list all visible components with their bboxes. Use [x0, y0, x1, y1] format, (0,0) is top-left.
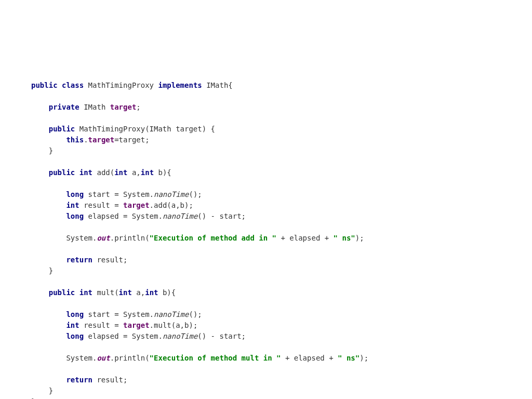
code-token	[31, 256, 66, 264]
code-token: IMath	[79, 103, 110, 111]
code-token: target	[123, 321, 150, 329]
code-token: " ns"	[334, 234, 355, 242]
code-token	[31, 332, 66, 340]
code-token: result;	[92, 376, 127, 384]
code-token: .mult(a,b);	[150, 321, 198, 329]
code-token: class	[62, 81, 84, 89]
code-token: add(	[92, 168, 114, 177]
code-token: IMath{	[202, 81, 233, 89]
code-token	[31, 212, 66, 220]
code-token	[31, 201, 66, 209]
code-token: ();	[189, 310, 202, 318]
code-token: "Execution of method mult in "	[150, 354, 281, 362]
code-token	[31, 321, 66, 329]
code-token: int	[66, 201, 79, 209]
code-token: nanoTime	[154, 190, 189, 198]
code-token: int	[79, 288, 92, 297]
code-token: );	[355, 234, 364, 242]
code-token: );	[360, 354, 368, 362]
code-token: long	[66, 310, 84, 318]
code-token: private	[49, 103, 79, 111]
code-token: () - start;	[197, 332, 246, 340]
code-token: System.	[31, 354, 97, 362]
code-token: int	[79, 168, 92, 177]
code-token: this	[66, 136, 84, 144]
code-token: ();	[189, 190, 202, 198]
code-token	[75, 168, 79, 177]
code-token: int	[119, 288, 132, 297]
code-token: target	[110, 103, 137, 111]
code-token: start = System.	[84, 310, 154, 318]
code-token: elapsed = System.	[84, 212, 163, 220]
code-token: System.	[31, 234, 97, 242]
code-token: int	[141, 168, 154, 177]
code-token: public	[49, 288, 75, 297]
code-token: long	[66, 332, 84, 340]
code-token: start = System.	[84, 190, 154, 198]
code-token: result =	[79, 321, 123, 329]
code-token: long	[66, 212, 84, 220]
code-token	[58, 81, 62, 89]
code-token: out	[97, 234, 110, 242]
code-token: .println(	[110, 354, 150, 362]
code-token: a,	[127, 168, 140, 177]
code-token	[31, 190, 66, 198]
code-token: long	[66, 190, 84, 198]
code-token: b){	[154, 168, 171, 177]
code-token: elapsed = System.	[84, 332, 163, 340]
code-token: " ns"	[338, 354, 360, 362]
code-token	[31, 136, 66, 144]
code-token: int	[114, 168, 127, 177]
code-token: int	[66, 321, 79, 329]
code-token: result =	[79, 201, 123, 209]
code-token: .add(a,b);	[150, 201, 193, 209]
code-token	[31, 288, 49, 297]
code-token: return	[66, 256, 92, 264]
code-token: target	[88, 136, 115, 144]
code-token: () - start;	[197, 212, 246, 220]
code-token: out	[97, 354, 110, 362]
code-token: implements	[158, 81, 202, 89]
code-token: result;	[92, 256, 127, 264]
code-token: .println(	[110, 234, 150, 242]
code-token: public	[49, 125, 75, 133]
code-token: b){	[158, 288, 176, 297]
code-token: nanoTime	[163, 212, 197, 220]
code-token: public	[31, 81, 58, 89]
code-token: a,	[132, 288, 145, 297]
code-token: int	[145, 288, 158, 297]
code-token	[31, 376, 66, 384]
code-token: target	[123, 201, 150, 209]
code-token: MathTimingProxy(IMath target) {	[75, 125, 215, 133]
code-token: "Execution of method add in "	[150, 234, 276, 242]
code-token	[31, 310, 66, 318]
code-token: public	[49, 168, 75, 177]
code-token: nanoTime	[154, 310, 189, 318]
code-token: MathTimingProxy	[84, 81, 158, 89]
code-token: }	[31, 267, 53, 275]
code-token: + elapsed +	[276, 234, 334, 242]
code-token	[75, 288, 79, 297]
code-token: nanoTime	[163, 332, 197, 340]
code-token	[31, 168, 49, 177]
code-token: }	[31, 147, 53, 155]
code-content: public class MathTimingProxy implements …	[31, 80, 501, 399]
code-token: + elapsed +	[281, 354, 338, 362]
code-token	[31, 103, 49, 111]
code-token: .	[84, 136, 88, 144]
code-token: =target;	[114, 136, 149, 144]
code-token: return	[66, 376, 92, 384]
code-token: mult(	[92, 288, 119, 297]
code-block: public class MathTimingProxy implements …	[0, 0, 532, 399]
code-token: ;	[136, 103, 140, 111]
code-token: }	[31, 387, 53, 395]
code-token	[31, 125, 49, 133]
